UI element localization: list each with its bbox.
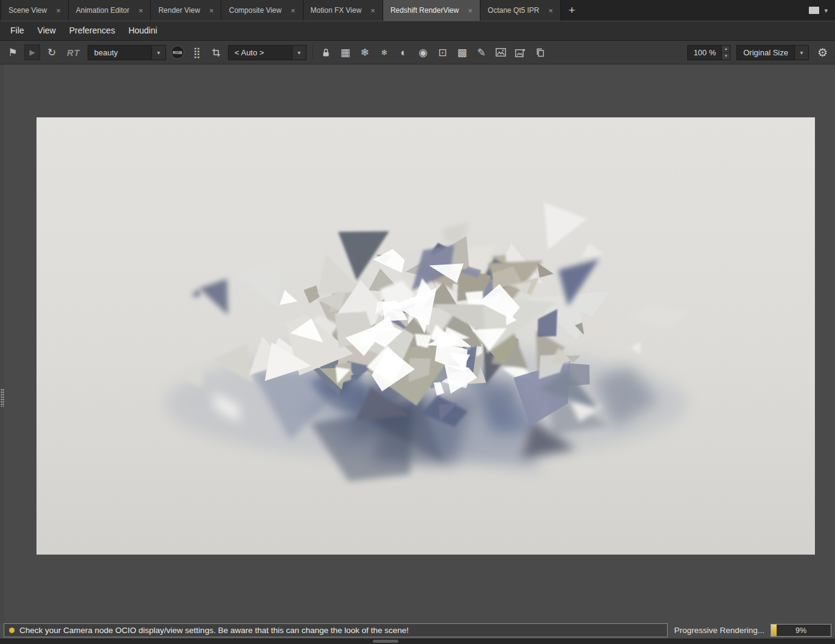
aov-dropdown-value: beauty <box>88 46 151 60</box>
material-preview-button[interactable]: ◐ <box>396 44 412 60</box>
pane-menu[interactable]: ▾ <box>802 0 835 21</box>
progress-label: Progressive Rendering... <box>674 626 764 635</box>
freeze-update-button[interactable]: ❄ <box>376 44 392 60</box>
crop-region-button[interactable] <box>209 44 224 60</box>
redshift-renderview-window: Scene View × Animation Editor × Render V… <box>0 0 835 644</box>
tab-render-view[interactable]: Render View × <box>151 0 221 21</box>
image-size-dropdown[interactable]: Original Size ▾ <box>736 45 809 60</box>
copy-image-button[interactable] <box>532 44 548 60</box>
add-image-button[interactable] <box>513 44 528 60</box>
tab-label: Motion FX View <box>311 6 362 15</box>
copy-icon <box>535 48 544 57</box>
settings-gear-button[interactable]: ⚙ <box>815 46 830 60</box>
warning-dot-icon <box>9 628 15 633</box>
image-icon <box>496 48 506 57</box>
close-icon[interactable]: × <box>370 7 375 15</box>
pane-splitter[interactable] <box>0 64 4 622</box>
zoom-stepper: ▴ ▾ <box>722 45 730 60</box>
snowflake-icon: ❄ <box>381 49 387 57</box>
pane-layout-icon <box>809 7 819 14</box>
render-image-frame <box>36 117 815 555</box>
sphere-icon: ◐ <box>401 47 407 58</box>
fit-icon: ▩ <box>457 47 467 58</box>
chevron-down-icon[interactable]: ▾ <box>824 7 828 15</box>
splitter-grip-icon <box>1 389 4 407</box>
render-region-button[interactable]: ◉ <box>415 44 431 60</box>
tab-octane-qt5-ipr[interactable]: Octane Qt5 IPR × <box>480 0 561 21</box>
image-plus-icon <box>515 48 525 57</box>
status-bar: Check your Camera node OCIO display/view… <box>0 622 835 639</box>
pixel-grid-button[interactable]: ⣿ <box>189 44 205 60</box>
grid-icon: ▦ <box>341 47 350 58</box>
snapshot-icon[interactable]: ⚑ <box>5 44 21 60</box>
chevron-down-icon[interactable]: ▾ <box>292 46 306 60</box>
crop-icon <box>212 48 221 57</box>
toolbar-separator <box>312 46 313 59</box>
pixel-picker-button[interactable]: ⊡ <box>435 44 451 60</box>
close-icon[interactable]: × <box>139 7 144 15</box>
bottom-edge <box>0 639 835 644</box>
zoom-control: 100 % ▴ ▾ <box>687 45 730 60</box>
play-icon: ▶ <box>29 49 35 56</box>
tab-motion-fx-view[interactable]: Motion FX View × <box>303 0 383 21</box>
freeze-tessellation-button[interactable]: ❄ <box>357 44 373 60</box>
refresh-icon: ↻ <box>47 47 56 58</box>
image-size-value: Original Size <box>737 46 794 60</box>
pencil-icon: ✎ <box>477 47 486 58</box>
snowflake-icon: ❄ <box>361 47 369 58</box>
render-toolbar: ⚑ ▶ ↻ RT beauty ▾ RGB ⣿ < Auto > ▾ <box>0 41 835 64</box>
tab-animation-editor[interactable]: Animation Editor × <box>69 0 151 21</box>
fit-image-button[interactable]: ▩ <box>454 44 470 60</box>
show-image-button[interactable] <box>493 44 509 60</box>
chevron-down-icon[interactable]: ▾ <box>794 46 808 60</box>
ocio-dropdown-value: < Auto > <box>229 46 292 60</box>
menu-file[interactable]: File <box>4 21 31 40</box>
chevron-down-icon[interactable]: ▾ <box>151 46 165 60</box>
lock-view-button[interactable] <box>318 44 334 60</box>
target-icon: ◉ <box>418 47 428 58</box>
tab-label: Redshift RenderView <box>390 6 459 15</box>
aov-dropdown[interactable]: beauty ▾ <box>88 45 166 60</box>
zoom-input[interactable]: 100 % <box>687 45 722 60</box>
dots-grid-icon: ⣿ <box>193 47 201 58</box>
start-render-button[interactable]: ▶ <box>24 44 40 60</box>
toolbar-right-group: 100 % ▴ ▾ Original Size ▾ ⚙ <box>687 45 830 60</box>
tab-composite-view[interactable]: Composite View × <box>221 0 303 21</box>
rgb-icon: RGB <box>171 46 184 59</box>
status-message-box: Check your Camera node OCIO display/view… <box>4 623 668 637</box>
spinner-down-icon[interactable]: ▾ <box>722 53 730 60</box>
close-icon[interactable]: × <box>549 7 553 15</box>
menu-view[interactable]: View <box>31 21 63 40</box>
ocio-view-dropdown[interactable]: < Auto > ▾ <box>228 45 307 60</box>
rgb-channels-button[interactable]: RGB <box>170 44 185 60</box>
rt-mode-toggle[interactable]: RT <box>63 47 84 58</box>
menu-bar: File View Preferences Houdini <box>0 21 835 41</box>
tab-label: Render View <box>158 6 199 15</box>
menu-preferences[interactable]: Preferences <box>63 21 122 40</box>
pane-tab-bar: Scene View × Animation Editor × Render V… <box>0 0 835 21</box>
tab-label: Octane Qt5 IPR <box>488 6 539 15</box>
tab-label: Composite View <box>229 6 281 15</box>
menu-houdini[interactable]: Houdini <box>122 21 164 40</box>
tab-scene-view[interactable]: Scene View × <box>1 0 69 21</box>
render-viewport <box>0 64 835 622</box>
annotate-button[interactable]: ✎ <box>474 44 490 60</box>
close-icon[interactable]: × <box>209 7 214 15</box>
tab-redshift-renderview[interactable]: Redshift RenderView × <box>383 0 480 21</box>
close-icon[interactable]: × <box>56 7 61 15</box>
render-image[interactable] <box>36 117 815 555</box>
progress-bar: 9% <box>771 624 831 637</box>
bucket-grid-button[interactable]: ▦ <box>338 44 353 60</box>
close-icon[interactable]: × <box>468 7 473 15</box>
progress-percent: 9% <box>771 625 831 636</box>
new-tab-button[interactable]: + <box>561 0 583 21</box>
scrollbar-handle[interactable] <box>373 640 398 643</box>
status-message: Check your Camera node OCIO display/view… <box>19 626 409 635</box>
tabbar-spacer <box>583 0 802 21</box>
restart-render-button[interactable]: ↻ <box>44 44 60 60</box>
tab-label: Scene View <box>9 6 47 15</box>
tab-label: Animation Editor <box>76 6 130 15</box>
spinner-up-icon[interactable]: ▴ <box>722 46 730 53</box>
close-icon[interactable]: × <box>291 7 296 15</box>
lock-icon <box>322 48 330 57</box>
